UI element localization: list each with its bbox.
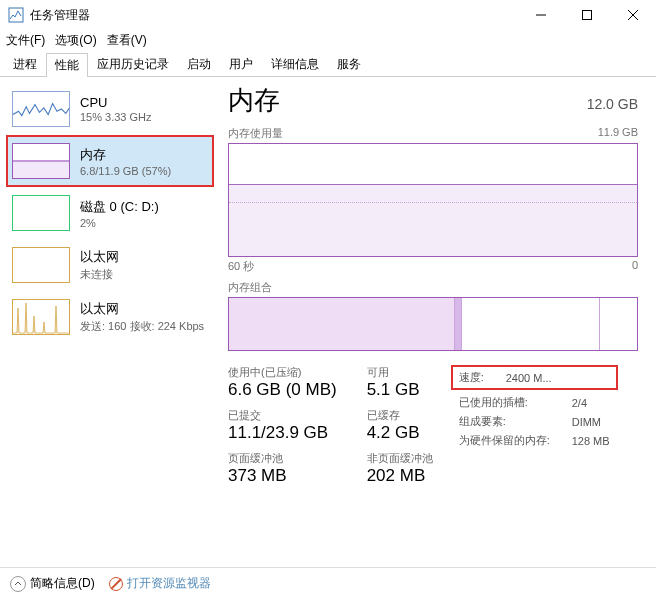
sidebar-disk-title: 磁盘 0 (C: D:): [80, 198, 159, 216]
stat-cached-value: 4.2 GB: [367, 423, 433, 443]
tab-performance[interactable]: 性能: [46, 53, 88, 77]
menu-view[interactable]: 查看(V): [107, 32, 147, 49]
usage-graph-max: 11.9 GB: [598, 126, 638, 141]
ethernet-thumb-icon: [12, 247, 70, 283]
stat-nonpaged-label: 非页面缓冲池: [367, 451, 433, 466]
tab-processes[interactable]: 进程: [4, 52, 46, 76]
memory-info-table: 已使用的插槽:2/4 组成要素:DIMM 为硬件保留的内存:128 MB: [451, 390, 618, 453]
sidebar-memory-title: 内存: [80, 146, 171, 164]
svg-rect-2: [583, 11, 592, 20]
tab-users[interactable]: 用户: [220, 52, 262, 76]
close-button[interactable]: [610, 0, 656, 30]
slots-label: 已使用的插槽:: [459, 394, 570, 411]
ethernet-thumb-icon: [12, 299, 70, 335]
speed-label: 速度:: [459, 369, 504, 386]
form-label: 组成要素:: [459, 413, 570, 430]
memory-composition-graph: [228, 297, 638, 351]
open-resource-monitor-link[interactable]: 打开资源监视器: [109, 575, 211, 592]
stat-paged-label: 页面缓冲池: [228, 451, 337, 466]
memory-speed-row: 速度: 2400 M...: [451, 365, 618, 390]
sidebar-eth1-title: 以太网: [80, 248, 119, 266]
stat-cached-label: 已缓存: [367, 408, 433, 423]
graph-time-right: 0: [632, 259, 638, 274]
bottombar: 简略信息(D) 打开资源监视器: [0, 567, 656, 599]
resource-monitor-icon: [109, 577, 123, 591]
stat-inuse-value: 6.6 GB (0 MB): [228, 380, 337, 400]
composition-label: 内存组合: [228, 280, 638, 295]
sidebar-item-ethernet-1[interactable]: 以太网 未连接: [6, 239, 214, 291]
slots-value: 2/4: [572, 394, 610, 411]
window-title: 任务管理器: [30, 7, 518, 24]
usage-graph-label: 内存使用量: [228, 126, 283, 141]
memory-thumb-icon: [12, 143, 70, 179]
speed-value: 2400 M...: [506, 369, 552, 386]
minimize-button[interactable]: [518, 0, 564, 30]
stat-committed-label: 已提交: [228, 408, 337, 423]
sidebar-eth2-sub: 发送: 160 接收: 224 Kbps: [80, 319, 204, 334]
main-panel: 内存 12.0 GB 内存使用量 11.9 GB 60 秒 0 内存组合 使用中…: [214, 77, 656, 569]
stat-available-label: 可用: [367, 365, 433, 380]
sidebar-item-ethernet-2[interactable]: 以太网 发送: 160 接收: 224 Kbps: [6, 291, 214, 343]
sidebar-cpu-sub: 15% 3.33 GHz: [80, 111, 152, 123]
sidebar-cpu-title: CPU: [80, 95, 152, 110]
stat-inuse-label: 使用中(已压缩): [228, 365, 337, 380]
disk-thumb-icon: [12, 195, 70, 231]
maximize-button[interactable]: [564, 0, 610, 30]
tab-details[interactable]: 详细信息: [262, 52, 328, 76]
reserved-value: 128 MB: [572, 432, 610, 449]
page-title: 内存: [228, 83, 280, 118]
app-icon: [8, 7, 24, 23]
stat-nonpaged-value: 202 MB: [367, 466, 433, 486]
sidebar-item-memory[interactable]: 内存 6.8/11.9 GB (57%): [6, 135, 214, 187]
sidebar-eth1-sub: 未连接: [80, 267, 119, 282]
stats-grid: 使用中(已压缩) 6.6 GB (0 MB) 可用 5.1 GB 已提交 11.…: [228, 365, 433, 492]
sidebar-memory-sub: 6.8/11.9 GB (57%): [80, 165, 171, 177]
stat-available-value: 5.1 GB: [367, 380, 433, 400]
sidebar-item-cpu[interactable]: CPU 15% 3.33 GHz: [6, 83, 214, 135]
cpu-thumb-icon: [12, 91, 70, 127]
titlebar: 任务管理器: [0, 0, 656, 30]
sidebar-disk-sub: 2%: [80, 217, 159, 229]
reserved-label: 为硬件保留的内存:: [459, 432, 570, 449]
menubar: 文件(F) 选项(O) 查看(V): [0, 30, 656, 50]
memory-usage-graph: [228, 143, 638, 257]
memory-total: 12.0 GB: [587, 96, 638, 112]
graph-time-left: 60 秒: [228, 259, 254, 274]
tab-services[interactable]: 服务: [328, 52, 370, 76]
fewer-details-button[interactable]: 简略信息(D): [10, 575, 95, 592]
stat-paged-value: 373 MB: [228, 466, 337, 486]
menu-options[interactable]: 选项(O): [55, 32, 96, 49]
chevron-up-icon: [10, 576, 26, 592]
menu-file[interactable]: 文件(F): [6, 32, 45, 49]
sidebar-eth2-title: 以太网: [80, 300, 204, 318]
sidebar-item-disk[interactable]: 磁盘 0 (C: D:) 2%: [6, 187, 214, 239]
sidebar: CPU 15% 3.33 GHz 内存 6.8/11.9 GB (57%) 磁盘…: [0, 77, 214, 569]
stat-committed-value: 11.1/23.9 GB: [228, 423, 337, 443]
tab-app-history[interactable]: 应用历史记录: [88, 52, 178, 76]
tabs: 进程 性能 应用历史记录 启动 用户 详细信息 服务: [0, 52, 656, 77]
form-value: DIMM: [572, 413, 610, 430]
tab-startup[interactable]: 启动: [178, 52, 220, 76]
